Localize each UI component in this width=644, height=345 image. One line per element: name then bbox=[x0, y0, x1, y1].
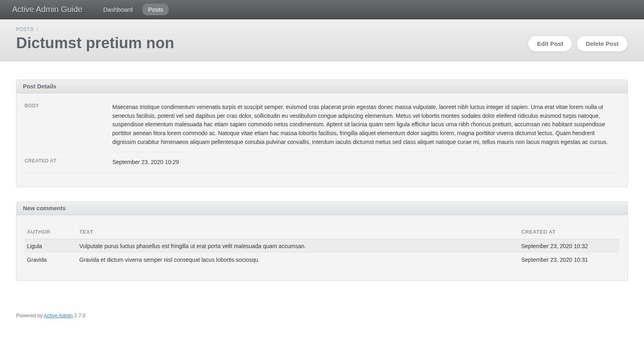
comment-text: Vulputate purus luctus phasellus est fri… bbox=[77, 239, 519, 253]
attr-label-created-at: CREATED AT bbox=[25, 152, 112, 173]
title-bar: POSTS / Dictumst pretium non Edit Post D… bbox=[0, 19, 644, 61]
attributes-table: BODY Maecenas tristique condimentum vene… bbox=[25, 103, 619, 173]
attr-row-body: BODY Maecenas tristique condimentum vene… bbox=[25, 103, 619, 152]
main-content: Post Details BODY Maecenas tristique con… bbox=[0, 61, 644, 303]
breadcrumb-separator: / bbox=[37, 27, 38, 32]
comments-header-row: AUTHOR TEXT CREATED AT bbox=[25, 225, 619, 239]
top-nav: Active Admin Guide Dashboard Posts bbox=[0, 0, 644, 19]
action-items: Edit Post Delete Post bbox=[528, 35, 628, 52]
footer-suffix: 2.7.0 bbox=[73, 313, 85, 318]
edit-post-button[interactable]: Edit Post bbox=[528, 35, 572, 52]
footer-link[interactable]: Active Admin bbox=[44, 313, 73, 318]
comments-table: AUTHOR TEXT CREATED AT Ligula Vulputate … bbox=[25, 225, 619, 267]
panel-post-details-header: Post Details bbox=[17, 80, 627, 93]
col-header-text: TEXT bbox=[77, 225, 519, 239]
page-title: Dictumst pretium non bbox=[16, 35, 174, 52]
comment-text: Gravida et dictum viverra semper nisl co… bbox=[77, 253, 519, 267]
attr-label-body: BODY bbox=[25, 103, 112, 152]
breadcrumb: POSTS / bbox=[16, 27, 174, 32]
panel-new-comments-title: New comments bbox=[23, 205, 621, 212]
nav-tabs: Dashboard Posts bbox=[98, 4, 169, 15]
panel-post-details: Post Details BODY Maecenas tristique con… bbox=[16, 80, 628, 187]
site-title-link[interactable]: Active Admin Guide bbox=[12, 5, 83, 14]
col-header-created: CREATED AT bbox=[519, 225, 619, 239]
panel-new-comments: New comments AUTHOR TEXT CREATED AT Ligu… bbox=[16, 201, 628, 281]
attr-value-created-at: September 23, 2020 10:29 bbox=[112, 152, 619, 173]
attr-value-body: Maecenas tristique condimentum venenatis… bbox=[112, 103, 619, 152]
panel-new-comments-header: New comments bbox=[17, 202, 627, 215]
comment-author: Ligula bbox=[25, 239, 77, 253]
panel-new-comments-body: AUTHOR TEXT CREATED AT Ligula Vulputate … bbox=[17, 215, 627, 280]
comments-row: Ligula Vulputate purus luctus phasellus … bbox=[25, 239, 619, 253]
title-bar-left: POSTS / Dictumst pretium non bbox=[16, 27, 174, 52]
comment-created: September 23, 2020 10:31 bbox=[519, 253, 619, 267]
breadcrumb-posts[interactable]: POSTS bbox=[16, 27, 33, 32]
nav-dashboard[interactable]: Dashboard bbox=[98, 4, 138, 15]
comments-row: Gravida Gravida et dictum viverra semper… bbox=[25, 253, 619, 267]
delete-post-button[interactable]: Delete Post bbox=[576, 35, 628, 52]
col-header-author: AUTHOR bbox=[25, 225, 77, 239]
attr-row-created-at: CREATED AT September 23, 2020 10:29 bbox=[25, 152, 619, 173]
footer: Powered by Active Admin 2.7.0 bbox=[0, 303, 644, 331]
site-title[interactable]: Active Admin Guide bbox=[12, 5, 83, 14]
footer-prefix: Powered by bbox=[16, 313, 44, 318]
comment-created: September 23, 2020 10:32 bbox=[519, 239, 619, 253]
panel-post-details-body: BODY Maecenas tristique condimentum vene… bbox=[17, 93, 627, 187]
comment-author: Gravida bbox=[25, 253, 77, 267]
panel-post-details-title: Post Details bbox=[23, 83, 621, 90]
nav-posts[interactable]: Posts bbox=[142, 4, 169, 15]
